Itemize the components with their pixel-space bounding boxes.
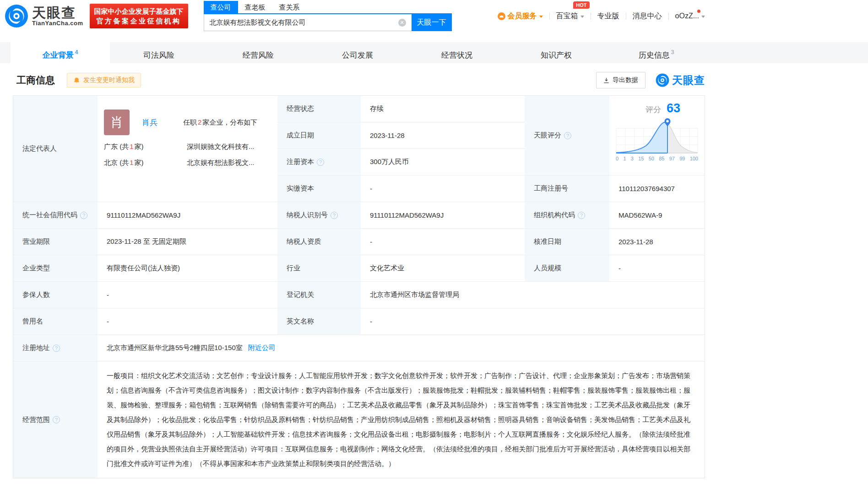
- top-header: 天眼查 TianYanCha.com 国家中小企业发展子基金旗下 官方备案企业征…: [0, 0, 711, 30]
- notify-on-change-button[interactable]: 发生变更时通知我: [67, 73, 141, 88]
- field-registration-authority-label: 登记机关: [277, 282, 361, 308]
- tab-company-background[interactable]: 企业背景4: [11, 42, 110, 63]
- field-credit-code-label: 统一社会信用代码: [13, 202, 98, 229]
- score-axis-ticks: 013 155085 9799100: [616, 156, 698, 161]
- tab-count: 4: [75, 49, 78, 55]
- table-row: 经营范围 一般项目：组织文化艺术交流活动；文艺创作；专业设计服务；人工智能应用软…: [13, 362, 705, 478]
- field-establish-date-value: 2023-11-28: [361, 122, 525, 149]
- tab-company-development[interactable]: 公司发展: [309, 42, 408, 63]
- help-icon[interactable]: [53, 416, 60, 423]
- export-data-button[interactable]: 导出数据: [596, 72, 646, 88]
- tab-label: 公司发展: [342, 51, 373, 60]
- score-bell-curve-chart: [616, 116, 698, 155]
- table-row: 统一社会信用代码 91110112MAD562WA9J 纳税人识别号 91110…: [13, 202, 705, 229]
- help-icon[interactable]: [564, 132, 571, 139]
- field-registered-address-label: 注册地址: [13, 335, 98, 362]
- tab-operation-risk[interactable]: 经营风险: [209, 42, 309, 63]
- nav-divider: [626, 12, 626, 20]
- chevron-down-icon: [580, 16, 584, 18]
- chevron-down-icon: [539, 16, 543, 18]
- help-icon[interactable]: [578, 212, 585, 219]
- company-link[interactable]: 北京娱有想法影视文...: [187, 159, 255, 167]
- role-count: 2: [198, 118, 201, 126]
- nav-message-center[interactable]: 消息中心: [633, 11, 662, 21]
- field-tianyan-score-label: 天眼评分: [525, 96, 609, 175]
- top-nav: 会员服务 HOT 百宝箱 专业版 消息中心 oOzZ...: [498, 11, 705, 21]
- nav-toolbox[interactable]: HOT 百宝箱: [556, 11, 584, 21]
- search-tab-company[interactable]: 查公司: [204, 1, 238, 13]
- nav-user-menu[interactable]: oOzZ...: [675, 12, 705, 20]
- search-tab-relation[interactable]: 查关系: [272, 1, 307, 13]
- search-tab-boss[interactable]: 查老板: [238, 1, 272, 13]
- hot-badge: HOT: [573, 1, 589, 9]
- field-insured-count-value: -: [98, 282, 277, 308]
- tianyancha-logo[interactable]: 天眼查 TianYanCha.com: [5, 4, 83, 28]
- help-icon[interactable]: [317, 159, 324, 166]
- field-english-name-value: -: [361, 308, 705, 335]
- field-business-scope-label: 经营范围: [13, 362, 98, 478]
- field-registration-number-value: 110112037694307: [609, 175, 705, 202]
- field-english-name-label: 英文名称: [277, 308, 361, 335]
- field-establish-date-label: 成立日期: [277, 122, 361, 149]
- avatar[interactable]: 肖: [104, 110, 130, 135]
- field-business-term-value: 2023-11-28 至 无固定期限: [98, 229, 277, 255]
- search-button[interactable]: 天眼一下: [412, 14, 452, 31]
- chevron-down-icon: [701, 16, 705, 18]
- field-industry-label: 行业: [277, 255, 361, 282]
- tab-operation-status[interactable]: 经营状况: [408, 42, 507, 63]
- search-area: 查公司 查老板 查关系 ✕ 天眼一下: [204, 1, 452, 31]
- field-company-type-label: 企业类型: [13, 255, 98, 282]
- field-former-name-value: -: [98, 308, 277, 335]
- table-row: 营业期限 2023-11-28 至 无固定期限 纳税人资质 - 核准日期 202…: [13, 229, 705, 255]
- nav-pro-version[interactable]: 专业版: [597, 11, 619, 21]
- tianyancha-logo-icon: [5, 4, 28, 28]
- brand-name: 天眼查: [32, 6, 83, 20]
- company-link[interactable]: 深圳娱驰文化科技有...: [187, 143, 255, 151]
- field-business-scope-value: 一般项目：组织文化艺术交流活动；文艺创作；专业设计服务；人工智能应用软件开发；数…: [98, 362, 705, 478]
- region-row: 广东 (共1家) 深圳娱驰文化科技有...: [104, 143, 273, 151]
- clear-search-icon[interactable]: ✕: [398, 19, 406, 27]
- role-prefix: 任职: [183, 118, 197, 126]
- region-row: 北京 (共1家) 北京娱有想法影视文...: [104, 159, 273, 167]
- tab-history-info[interactable]: 历史信息3: [607, 42, 706, 63]
- tab-label: 经营状况: [441, 51, 472, 60]
- table-row: 曾用名 - 英文名称 -: [13, 308, 705, 335]
- tab-label: 司法风险: [143, 51, 174, 60]
- field-staff-size-label: 人员规模: [525, 255, 609, 282]
- field-approval-date-value: 2023-11-28: [609, 229, 705, 255]
- field-business-term-label: 营业期限: [13, 229, 98, 255]
- field-taxpayer-id-value: 91110112MAD562WA9J: [361, 202, 525, 229]
- crown-icon: [498, 12, 505, 20]
- nav-divider: [591, 12, 591, 20]
- legal-rep-role-text: 任职2家企业，分布如下: [183, 118, 257, 127]
- tianyancha-logo-icon: [656, 73, 669, 87]
- tab-label: 历史信息: [639, 51, 670, 60]
- tab-label: 经营风险: [243, 51, 274, 60]
- search-input[interactable]: [204, 14, 412, 31]
- help-icon[interactable]: [80, 212, 87, 219]
- nearby-companies-link[interactable]: 附近公司: [248, 344, 276, 352]
- section-title: 工商信息: [16, 74, 55, 87]
- field-paidin-capital-value: -: [361, 175, 525, 202]
- field-registration-authority-value: 北京市通州区市场监督管理局: [361, 282, 705, 308]
- help-icon[interactable]: [331, 212, 338, 219]
- nav-user-label: oOzZ...: [675, 12, 699, 20]
- address-text: 北京市通州区新华北路55号2幢四层10-150室: [107, 344, 243, 352]
- tab-intellectual-property[interactable]: 知识产权: [507, 42, 607, 63]
- field-credit-code-value: 91110112MAD562WA9J: [98, 202, 277, 229]
- field-registration-number-label: 工商注册号: [525, 175, 609, 202]
- region-label: 广东 (共1家): [104, 143, 187, 151]
- section-header: 工商信息 发生变更时通知我 导出数据 天眼查: [13, 71, 705, 90]
- export-label: 导出数据: [613, 76, 638, 84]
- nav-vip-services[interactable]: 会员服务: [498, 11, 543, 21]
- nav-divider: [668, 12, 669, 20]
- nav-pro-label: 专业版: [597, 11, 619, 21]
- tab-judicial-risk[interactable]: 司法风险: [110, 42, 209, 63]
- field-registered-address-value: 北京市通州区新华北路55号2幢四层10-150室 附近公司: [98, 335, 705, 362]
- help-icon[interactable]: [53, 345, 60, 352]
- tianyan-score-cell[interactable]: 评分 63 013: [609, 96, 705, 175]
- watermark-text: 天眼查: [672, 73, 705, 88]
- field-approval-date-label: 核准日期: [525, 229, 609, 255]
- legal-rep-name-link[interactable]: 肖兵: [142, 117, 157, 128]
- search-tabs: 查公司 查老板 查关系: [204, 1, 452, 14]
